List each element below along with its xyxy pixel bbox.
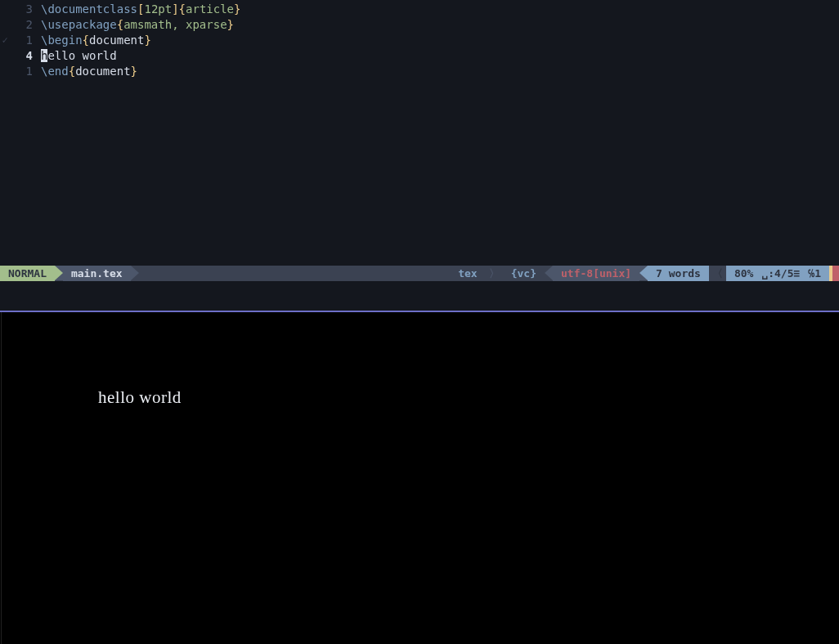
filename-segment: main.tex: [63, 266, 131, 281]
token: }: [131, 65, 137, 78]
token: document: [75, 65, 130, 78]
token: }: [234, 2, 240, 16]
separator-icon: [55, 266, 63, 280]
position-segment: ␣:4/5≡: [761, 266, 808, 281]
token: \usepackage: [41, 18, 117, 31]
code-content[interactable]: \usepackage{amsmath, xparse}: [38, 17, 234, 33]
token: amsmath, xparse: [123, 18, 227, 31]
vcs-segment: {vc}: [503, 266, 545, 281]
token: \end: [41, 65, 69, 78]
token: document: [89, 34, 144, 47]
separator-icon: [545, 266, 553, 280]
code-content[interactable]: \documentclass[12pt]{article}: [38, 2, 241, 17]
code-line[interactable]: ✓1\begin{document}: [0, 33, 839, 48]
column-segment: ℅1: [808, 266, 829, 281]
line-number: 3: [10, 2, 38, 17]
token: }: [144, 34, 150, 47]
sign-column: ✓: [0, 33, 10, 48]
center-fill: [139, 266, 451, 281]
token: {: [69, 65, 75, 78]
mode-indicator: NORMAL: [0, 266, 55, 281]
code-area[interactable]: 3\documentclass[12pt]{article}2\usepacka…: [0, 0, 839, 79]
editor-pane[interactable]: 3\documentclass[12pt]{article}2\usepacka…: [0, 0, 839, 266]
token: {: [83, 34, 89, 47]
statusline: NORMAL main.tex tex 〉 {vc} utf-8[unix] 7…: [0, 266, 839, 281]
line-number: 2: [10, 17, 38, 33]
line-number: 1: [10, 64, 38, 79]
line-number: 4: [10, 48, 38, 64]
separator-icon: [639, 266, 648, 280]
separator-icon: [131, 266, 139, 280]
filetype-segment: tex: [450, 266, 485, 281]
code-content[interactable]: hello world: [38, 48, 117, 64]
token: \documentclass: [41, 2, 137, 16]
command-line[interactable]: [0, 281, 839, 311]
token: }: [227, 18, 234, 31]
preview-content: hello world: [98, 387, 182, 408]
token: {: [117, 18, 123, 31]
thin-separator-icon: 〈: [709, 266, 726, 281]
code-line[interactable]: 4hello world: [0, 48, 839, 64]
preview-border: [1, 312, 2, 644]
token: {: [179, 2, 186, 16]
token: ]: [172, 2, 178, 16]
token: article: [186, 2, 234, 16]
code-content[interactable]: \begin{document}: [38, 33, 151, 48]
line-number: 1: [10, 33, 38, 48]
code-content[interactable]: \end{document}: [38, 64, 137, 79]
code-line[interactable]: 2\usepackage{amsmath, xparse}: [0, 17, 839, 33]
code-line[interactable]: 3\documentclass[12pt]{article}: [0, 2, 839, 17]
token: 12pt: [144, 2, 172, 16]
pdf-preview-pane[interactable]: hello world: [0, 312, 839, 644]
thin-separator-icon: 〉: [486, 266, 503, 281]
encoding-segment: utf-8[unix]: [553, 266, 639, 281]
token: ello world: [47, 49, 116, 62]
percent-segment: 80%: [726, 266, 761, 281]
error-indicator: [832, 266, 839, 281]
wordcount-segment: 7 words: [648, 266, 709, 281]
token: \begin: [41, 34, 83, 47]
code-line[interactable]: 1\end{document}: [0, 64, 839, 79]
